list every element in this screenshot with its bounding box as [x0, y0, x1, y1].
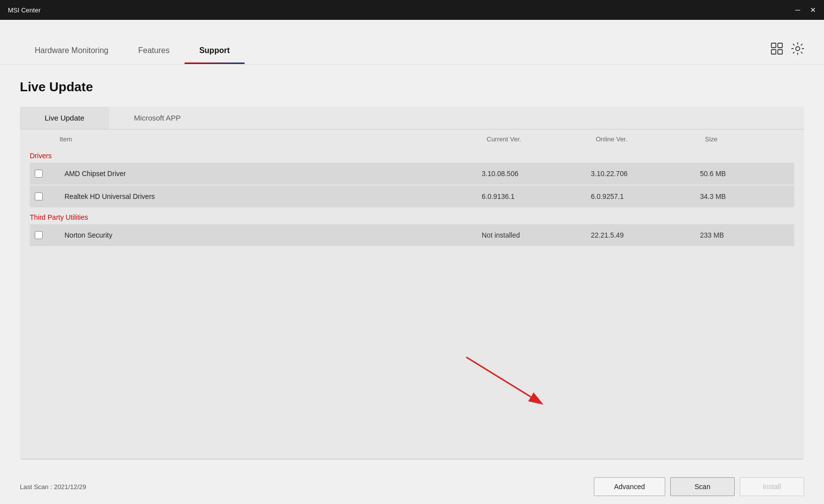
- tab-hardware-monitoring[interactable]: Hardware Monitoring: [20, 40, 124, 64]
- col-size: Size: [705, 135, 794, 143]
- app-title: MSI Center: [8, 6, 41, 14]
- table-row: Realtek HD Universal Drivers 6.0.9136.1 …: [30, 186, 794, 207]
- panel-divider: [20, 459, 804, 459]
- row-name-amd: AMD Chipset Driver: [64, 170, 482, 178]
- sub-tabs: Live Update Microsoft APP: [20, 107, 804, 129]
- row-current-realtek: 6.0.9136.1: [482, 192, 591, 200]
- page-title: Live Update: [20, 79, 804, 95]
- section-drivers: Drivers: [30, 147, 794, 163]
- svg-rect-3: [778, 50, 782, 54]
- table-row: Norton Security Not installed 22.21.5.49…: [30, 224, 794, 246]
- row-online-norton: 22.21.5.49: [591, 231, 700, 239]
- install-button[interactable]: Install: [740, 477, 804, 496]
- col-item: Item: [60, 135, 487, 143]
- row-name-realtek: Realtek HD Universal Drivers: [64, 192, 482, 200]
- col-checkbox: [30, 135, 60, 143]
- row-size-norton: 233 MB: [700, 231, 789, 239]
- col-current-ver: Current Ver.: [487, 135, 596, 143]
- window-controls: ─ ✕: [795, 6, 816, 13]
- navbar: Hardware Monitoring Features Support: [0, 20, 824, 64]
- svg-rect-0: [771, 43, 776, 48]
- row-checkbox-amd[interactable]: [35, 170, 43, 178]
- last-scan-label: Last Scan : 2021/12/29: [20, 483, 86, 491]
- table-row: AMD Chipset Driver 3.10.08.506 3.10.22.7…: [30, 163, 794, 185]
- svg-point-4: [796, 47, 800, 51]
- footer: Last Scan : 2021/12/29 Advanced Scan Ins…: [0, 469, 824, 504]
- row-online-amd: 3.10.22.706: [591, 170, 700, 178]
- settings-icon-button[interactable]: [791, 42, 804, 57]
- main-panel: Live Update Microsoft APP Item Current V…: [20, 107, 804, 459]
- row-online-realtek: 6.0.9257.1: [591, 192, 700, 200]
- svg-rect-1: [778, 43, 782, 48]
- nav-tabs: Hardware Monitoring Features Support: [20, 40, 245, 64]
- content-area: Live Update Live Update Microsoft APP It…: [0, 64, 824, 469]
- row-size-realtek: 34.3 MB: [700, 192, 789, 200]
- col-headers: Item Current Ver. Online Ver. Size: [30, 129, 794, 147]
- footer-buttons: Advanced Scan Install: [594, 477, 804, 496]
- gear-icon: [791, 42, 804, 55]
- table-area: Item Current Ver. Online Ver. Size Drive…: [20, 129, 804, 459]
- col-online-ver: Online Ver.: [596, 135, 705, 143]
- advanced-button[interactable]: Advanced: [594, 477, 665, 496]
- row-size-amd: 50.6 MB: [700, 170, 789, 178]
- sub-tab-microsoft-app[interactable]: Microsoft APP: [109, 107, 205, 129]
- app-container: Hardware Monitoring Features Support: [0, 20, 824, 504]
- row-current-norton: Not installed: [482, 231, 591, 239]
- row-checkbox-norton[interactable]: [35, 231, 43, 239]
- sub-tab-live-update[interactable]: Live Update: [20, 107, 109, 129]
- tab-support[interactable]: Support: [185, 40, 245, 64]
- row-checkbox-realtek[interactable]: [35, 192, 43, 200]
- nav-icons: [770, 42, 804, 64]
- close-button[interactable]: ✕: [810, 6, 816, 13]
- scan-button[interactable]: Scan: [670, 477, 735, 496]
- section-third-party: Third Party Utilities: [30, 208, 794, 224]
- titlebar: MSI Center ─ ✕: [0, 0, 824, 20]
- tab-features[interactable]: Features: [124, 40, 185, 64]
- row-name-norton: Norton Security: [64, 231, 482, 239]
- grid-icon: [770, 42, 783, 55]
- grid-icon-button[interactable]: [770, 42, 783, 57]
- svg-rect-2: [771, 50, 776, 54]
- row-current-amd: 3.10.08.506: [482, 170, 591, 178]
- minimize-button[interactable]: ─: [795, 6, 800, 13]
